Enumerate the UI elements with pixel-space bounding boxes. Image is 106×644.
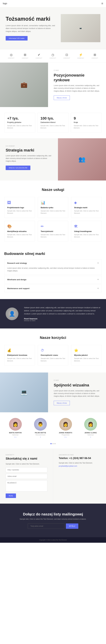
accordion-body-0: Lorem ipsum dolor sit amet, consectetur …	[4, 267, 102, 274]
stat-desc-2: Sample tekt. Click to select the Test El…	[74, 124, 99, 129]
strategy-button[interactable]: WIĘCEJ SZCZEGÓŁÓW	[6, 166, 30, 170]
contact-icon-3: ◷	[51, 53, 54, 57]
team-fb-link-0[interactable]: f	[15, 436, 15, 438]
contact-message-input[interactable]	[6, 480, 47, 492]
icon-item-4[interactable]: ⊡ CONTACT	[64, 53, 70, 59]
team-avatar-1: 👨	[34, 418, 47, 430]
service-icon-4: ✏	[41, 224, 66, 228]
team-role-1: Kierownik biura	[29, 434, 52, 436]
stat-number-1: 100 tys.	[40, 116, 66, 120]
stat-card-1: 100 tys. Zadowoleni klienci Sample tekt.…	[37, 113, 68, 133]
team-role-0: Salesman	[4, 434, 27, 436]
build-brand-section: Budowanie silnej marki Research and stra…	[0, 249, 106, 299]
team-card-0: 👩 BERTIE NORTON Salesman f t	[4, 418, 27, 438]
contact-phone-label: ZADZWOŃ DO NAS	[59, 454, 100, 456]
pagination-dot-2[interactable]	[55, 443, 56, 444]
newsletter-desc: Sample tekt, Click to select the Test El…	[6, 518, 100, 520]
benefit-icon-1: ⏱	[41, 348, 66, 352]
testimonial-name: Pavel Swanson	[24, 318, 100, 320]
newsletter-section: Dołącz do naszej listy mailingowej Sampl…	[0, 504, 106, 537]
visual-identity-content: O NAS Spójność wizualna Lorem ipsum dolo…	[48, 372, 106, 412]
icon-label-5: COMPANY	[77, 58, 84, 59]
team-tw-link-0[interactable]: t	[16, 436, 16, 438]
stats-section: +7 tys. Projekty globalne Sample tekt. C…	[0, 107, 106, 138]
service-desc-1: Sample tekt. Click to select the Test El…	[41, 210, 66, 214]
service-title-1: Badania rynku	[41, 206, 66, 208]
benefit-title-0: Efektywność kosztowa	[7, 354, 32, 356]
positioning-label: O NAS	[54, 70, 100, 71]
hero-button[interactable]: Informacja S.B.S wake	[6, 36, 28, 40]
newsletter-email-input[interactable]	[28, 524, 65, 529]
accordion-title-0: Research and strategy	[7, 262, 27, 264]
pagination	[0, 441, 106, 448]
team-fb-link-1[interactable]: f	[40, 436, 41, 438]
team-tw-link-2[interactable]: t	[66, 436, 66, 438]
contact-submit-button[interactable]: Wyślij	[6, 494, 16, 498]
testimonial-section: 👤 Nełwer ipsum dolor amet, adipiscing el…	[0, 299, 106, 328]
icon-item-2[interactable]: ✔ CONTACT	[36, 53, 42, 59]
team-avatar-2: 👩	[59, 418, 72, 430]
benefit-desc-1: Sample tekt. Click to select the Test El…	[41, 357, 66, 362]
benefit-card-2: ⭐ Wysoka jakości Sample tekt. Click to s…	[71, 345, 102, 366]
accordion-icon-2: +	[97, 287, 99, 290]
service-card-5: 🛠 Usługi brandingowe Sample tekt. Click …	[71, 221, 102, 242]
contact-name-input[interactable]	[6, 467, 47, 472]
contact-email-input[interactable]	[6, 474, 47, 479]
contact-form-label: KONTAKTY	[6, 454, 47, 456]
icon-label-3: CONTACT	[49, 58, 56, 59]
icon-item-6[interactable]: ⊞ CONTACT	[92, 53, 98, 59]
icon-label-0: CONTACT	[8, 58, 14, 59]
pagination-dot-1[interactable]	[52, 443, 54, 444]
icon-item-3[interactable]: ◷ CONTACT	[49, 53, 56, 59]
hero-text: Tożsamość marki Lorem ipsum dolor sit am…	[6, 16, 57, 40]
testimonial-avatar: 👤	[6, 308, 18, 320]
contact-form-container: KONTAKTY Skontaktuj się z nami Sample te…	[0, 448, 53, 504]
stat-desc-1: Sample tekt. Click to select the Test El…	[40, 124, 66, 129]
hero-image-placeholder: 📷	[80, 27, 82, 29]
visual-identity-label: O NAS	[54, 380, 100, 381]
positioning-section: 💼 O NAS Pozycjonowanie rynkowe Lorem ips…	[0, 62, 106, 107]
positioning-image: 💼	[0, 62, 48, 107]
icon-item-0[interactable]: ◎ CONTACT	[8, 53, 14, 59]
accordion-header-2[interactable]: Maintenance and support +	[4, 285, 102, 292]
team-name-3: JENNIE CLARKE	[80, 432, 102, 434]
service-card-0: 🖼 Projektowanie logo Sample tekt. Click …	[4, 197, 35, 218]
stat-card-2: 9 Kraje Sample tekt. Click to select the…	[71, 113, 102, 133]
contact-form-title: Skontaktuj się z nami	[6, 457, 47, 460]
newsletter-submit-button[interactable]: WYŚLIJ	[66, 524, 78, 529]
hero-description: Lorem ipsum dolor sit amet, consectetur …	[6, 24, 57, 33]
nav-menu-icon[interactable]: ≡	[101, 2, 103, 5]
service-icon-3: 🎨	[7, 224, 32, 228]
visual-identity-image-icon: 💻	[21, 389, 28, 396]
contact-email[interactable]: przykladl@przyklad.com	[59, 465, 100, 467]
team-fb-link-3[interactable]: f	[90, 436, 91, 438]
team-fb-link-2[interactable]: f	[65, 436, 65, 438]
positioning-content: O NAS Pozycjonowanie rynkowe Lorem ipsum…	[48, 62, 106, 107]
stat-label-2: Kraje	[74, 122, 99, 123]
strategy-image-icon: 👥	[78, 156, 85, 162]
icon-label-4: CONTACT	[64, 58, 70, 59]
positioning-button[interactable]: Więcej o firmie	[54, 96, 70, 100]
accordion-header-0[interactable]: Research and strategy +	[4, 260, 102, 267]
strategy-desc: Lorem ipsum dolor sit amet, consectetur …	[6, 154, 52, 162]
benefit-desc-2: Sample tekt. Click to select the Test El…	[74, 357, 99, 362]
contact-address: Sample tekt, Click to select the Test El…	[59, 462, 100, 464]
contact-icon-6: ⊞	[93, 53, 96, 57]
testimonial-content: Nełwer ipsum dolor amet, adipiscing elit…	[24, 306, 100, 322]
accordion-header-1[interactable]: Wireframe and design +	[4, 276, 102, 283]
icon-item-5[interactable]: ⚡ COMPANY	[77, 53, 84, 59]
benefits-grid: 💰 Efektywność kosztowa Sample tekt. Clic…	[4, 345, 102, 366]
benefit-title-1: Oszczędność czasu	[41, 354, 66, 356]
icon-item-1[interactable]: ⊞ CONTACT	[22, 53, 28, 59]
service-desc-5: Sample tekt. Click to select the Test El…	[74, 234, 99, 238]
visual-identity-button[interactable]: Więcej o firmie	[54, 401, 70, 405]
strategy-label: CO ROBIMY	[6, 145, 52, 147]
services-title: Nasze usługi	[4, 188, 102, 192]
service-card-2: ◈ Strategia marki Sample tekt. Click to …	[71, 197, 102, 218]
service-title-2: Strategia marki	[74, 206, 99, 208]
icon-label-1: CONTACT	[22, 58, 28, 59]
pagination-dot-0[interactable]	[50, 443, 51, 444]
team-name-0: BERTIE NORTON	[4, 432, 27, 434]
team-card-1: 👨 PALMA MATTIE Kierownik biura f	[29, 418, 52, 438]
service-icon-5: 🛠	[74, 224, 99, 228]
